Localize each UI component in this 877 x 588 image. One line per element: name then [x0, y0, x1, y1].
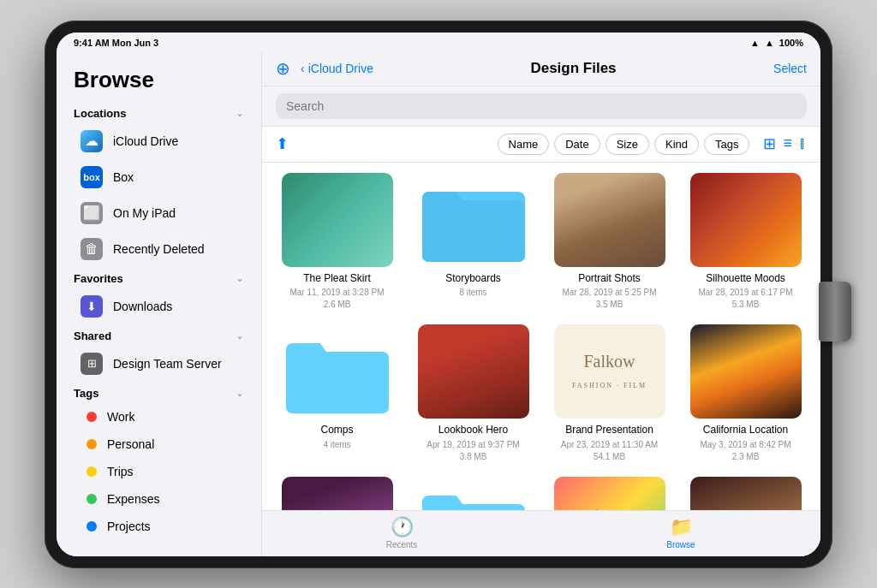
file-item-pleat-skirt[interactable]: The Pleat Skirt Mar 11, 2019 at 3:28 PM2… [276, 173, 398, 312]
favorites-label: Favorites [74, 272, 123, 285]
sidebar-item-projects[interactable]: Projects [63, 513, 254, 540]
back-chevron: ‹ [301, 62, 305, 75]
storyboards-meta: 8 items [459, 287, 486, 299]
upload-button[interactable]: ⬆ [276, 134, 289, 153]
file-item-photoshoot[interactable]: FalkowPhoto Brief Photoshoot Brief May 2… [684, 477, 807, 510]
box-icon: box [81, 166, 103, 188]
file-item-california[interactable]: California Location May 3, 2019 at 8:42 … [684, 324, 807, 463]
file-item-silhouette[interactable]: Silhouette Moods Mar 28, 2019 at 6:17 PM… [684, 173, 807, 312]
design-team-label: Design Team Server [113, 357, 222, 371]
sidebar-item-icloud[interactable]: ☁ iCloud Drive [63, 123, 254, 159]
brand-meta: Apr 23, 2019 at 11:30 AM54.1 MB [561, 439, 658, 463]
sidebar-item-work[interactable]: Work [63, 403, 254, 431]
tags-section-header: Tags ⌄ [57, 382, 261, 403]
file-item-lookbook[interactable]: Lookbook Hero Apr 19, 2019 at 9:37 PM3.8… [412, 324, 534, 463]
pleat-skirt-thumb [282, 173, 393, 267]
select-button[interactable]: Select [773, 62, 807, 75]
downloads-icon: ⬇ [81, 295, 103, 318]
comps-name: Comps [320, 424, 353, 437]
search-input[interactable] [276, 93, 807, 119]
pleat-skirt-name: The Pleat Skirt [303, 272, 371, 286]
brand-text: FalkowFASHION · FILM [572, 351, 647, 392]
file-item-comps[interactable]: Comps 4 items [276, 324, 398, 463]
icloud-icon: ☁ [81, 130, 103, 152]
sidebar-item-box[interactable]: box Box [63, 159, 254, 195]
ipad-icon: ⬜ [81, 202, 103, 224]
tab-bar: 🕐 Recents 📁 Browse [262, 510, 820, 556]
locations-section-header: Locations ⌄ [57, 102, 261, 123]
storyboards-folder-svg [418, 173, 529, 267]
box-label: Box [113, 170, 134, 184]
personal-tag-label: Personal [107, 437, 154, 451]
portrait-meta: Mar 28, 2019 at 5:25 PM3.5 MB [562, 287, 656, 311]
recents-icon: 🕐 [391, 516, 414, 538]
sidebar-title: Browse [57, 60, 261, 102]
favorites-section-header: Favorites ⌄ [57, 267, 261, 288]
tags-label: Tags [74, 387, 98, 400]
sidebar-item-expenses[interactable]: Expenses [63, 485, 254, 513]
sidebar-item-design-team[interactable]: ⊞ Design Team Server [63, 346, 254, 382]
file-item-plum-jacket[interactable]: Plum Jacket May 6, 2019 at 4:22 PM1.6 MB [276, 477, 398, 510]
pleat-skirt-meta: Mar 11, 2019 at 3:28 PM2.6 MB [289, 287, 384, 311]
file-item-proposals[interactable]: Proposals 3 items [412, 477, 534, 510]
column-view-icon[interactable]: ⫿ [799, 134, 807, 153]
shared-label: Shared [74, 330, 111, 342]
sidebar-item-downloads[interactable]: ⬇ Downloads [63, 288, 254, 324]
tab-browse[interactable]: 📁 Browse [541, 516, 820, 549]
silhouette-thumb [690, 173, 802, 267]
plum-jacket-thumb [282, 477, 393, 510]
file-item-color-inspiration[interactable]: 🍉 Color Inspiration May 8, 2019 at 5:34 … [548, 477, 671, 510]
sidebar-item-recently-deleted[interactable]: 🗑 Recently Deleted [63, 231, 254, 267]
ipad-device: 9:41 AM Mon Jun 3 ▲ ▲ 100% Browse Locati… [45, 21, 832, 568]
back-button[interactable]: ‹ iCloud Drive [301, 62, 373, 75]
sidebar-item-personal[interactable]: Personal [63, 431, 254, 458]
proposals-thumb [418, 477, 529, 510]
signal-icon: ▲ [765, 38, 774, 48]
browse-label: Browse [666, 540, 695, 549]
browse-icon: 📁 [670, 516, 693, 538]
ipad-label: On My iPad [113, 206, 176, 220]
comps-thumb [282, 324, 393, 419]
filter-kind[interactable]: Kind [654, 134, 699, 155]
battery-label: 100% [779, 38, 803, 48]
favorites-chevron[interactable]: ⌄ [236, 272, 244, 284]
silhouette-meta: Mar 28, 2019 at 6:17 PM5.3 MB [698, 287, 792, 311]
filter-name[interactable]: Name [498, 134, 550, 155]
icloud-label: iCloud Drive [113, 134, 178, 148]
server-icon: ⊞ [81, 353, 103, 375]
back-label: iCloud Drive [308, 62, 373, 75]
brand-name: Brand Presentation [565, 424, 653, 437]
shared-chevron[interactable]: ⌄ [236, 330, 244, 342]
work-tag-label: Work [107, 410, 134, 424]
file-item-portrait-shots[interactable]: Portrait Shots Mar 28, 2019 at 5:25 PM3.… [548, 173, 671, 312]
filter-size[interactable]: Size [606, 134, 649, 155]
portrait-thumb [554, 173, 665, 267]
filter-date[interactable]: Date [554, 134, 600, 155]
more-button[interactable]: ⊕ [276, 58, 290, 79]
sidebar-item-ipad[interactable]: ⬜ On My iPad [63, 195, 254, 231]
main-content: Browse Locations ⌄ ☁ iCloud Drive box Bo… [57, 51, 820, 556]
comps-meta: 4 items [323, 439, 350, 451]
device-screen: 9:41 AM Mon Jun 3 ▲ ▲ 100% Browse Locati… [57, 33, 820, 556]
silhouette-name: Silhouette Moods [706, 272, 785, 286]
sidebar-item-trips[interactable]: Trips [63, 458, 254, 485]
tab-recents[interactable]: 🕐 Recents [262, 516, 541, 549]
list-view-icon[interactable]: ≡ [783, 134, 792, 153]
nav-title: Design Files [384, 60, 763, 77]
lookbook-meta: Apr 19, 2019 at 9:37 PM3.8 MB [427, 439, 519, 463]
grid-view-icon[interactable]: ⊞ [763, 134, 776, 153]
portrait-name: Portrait Shots [578, 272, 641, 286]
file-item-brand[interactable]: FalkowFASHION · FILM Brand Presentation … [548, 324, 671, 463]
file-grid: The Pleat Skirt Mar 11, 2019 at 3:28 PM2… [262, 163, 820, 510]
proposals-folder-svg [418, 477, 529, 510]
locations-chevron[interactable]: ⌄ [236, 107, 244, 119]
file-item-storyboards[interactable]: Storyboards 8 items [412, 173, 534, 312]
california-meta: May 3, 2019 at 8:42 PM2.3 MB [700, 439, 790, 463]
comps-folder-svg [282, 324, 393, 419]
projects-tag-label: Projects [107, 520, 151, 533]
tags-chevron[interactable]: ⌄ [236, 387, 244, 399]
filter-tags[interactable]: Tags [704, 134, 749, 155]
usb-drive [819, 282, 851, 342]
sidebar: Browse Locations ⌄ ☁ iCloud Drive box Bo… [57, 51, 262, 556]
expenses-tag-label: Expenses [107, 492, 159, 506]
